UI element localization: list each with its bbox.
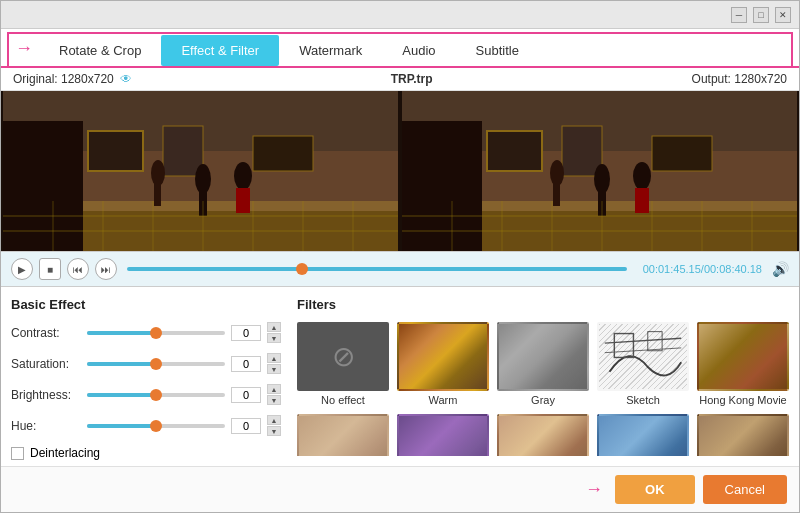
contrast-down[interactable]: ▼	[267, 333, 281, 343]
filters-grid: No effect Warm Gray	[297, 322, 789, 456]
brightness-down[interactable]: ▼	[267, 395, 281, 405]
filter-sketch-label: Sketch	[626, 394, 660, 406]
minimize-button[interactable]: ─	[731, 7, 747, 23]
filter-r2c4-thumb	[597, 414, 689, 456]
contrast-row: Contrast: 0 ▲ ▼	[11, 322, 281, 343]
saturation-value[interactable]: 0	[231, 356, 261, 372]
svg-point-35	[633, 162, 651, 190]
hue-label: Hue:	[11, 419, 81, 433]
deinterlacing-label: Deinterlacing	[30, 446, 100, 460]
filter-gray[interactable]: Gray	[497, 322, 589, 406]
svg-rect-36	[635, 188, 649, 213]
contrast-slider[interactable]	[87, 331, 225, 335]
svg-point-31	[594, 164, 610, 194]
contrast-spinner: ▲ ▼	[267, 322, 281, 343]
svg-rect-11	[154, 184, 161, 206]
svg-rect-30	[652, 136, 712, 171]
preview-right	[400, 91, 799, 251]
video-left-svg	[1, 91, 400, 251]
filters-panel: Filters No effect Warm	[297, 297, 789, 456]
filter-r2c5-thumb	[697, 414, 789, 456]
prev-frame-button[interactable]: ⏮	[67, 258, 89, 280]
basic-effect-panel: Basic Effect Contrast: 0 ▲ ▼ Saturation:	[11, 297, 281, 456]
svg-rect-13	[236, 188, 250, 213]
tab-subtitle[interactable]: Subtitle	[456, 35, 539, 66]
filter-r2c5[interactable]	[697, 414, 789, 456]
saturation-up[interactable]: ▲	[267, 353, 281, 363]
hue-up[interactable]: ▲	[267, 415, 281, 425]
ok-arrow-icon: →	[585, 479, 603, 500]
saturation-down[interactable]: ▼	[267, 364, 281, 374]
tab-effect-filter[interactable]: Effect & Filter	[161, 35, 279, 66]
filter-no-effect[interactable]: No effect	[297, 322, 389, 406]
filter-hk-movie[interactable]: Hong Kong Movie	[697, 322, 789, 406]
seek-thumb[interactable]	[296, 263, 308, 275]
time-display: 00:01:45.15/00:08:40.18	[643, 263, 762, 275]
tab-rotate-crop[interactable]: Rotate & Crop	[39, 35, 161, 66]
title-bar: ─ □ ✕	[1, 1, 799, 29]
main-content: Basic Effect Contrast: 0 ▲ ▼ Saturation:	[1, 287, 799, 466]
svg-point-8	[195, 164, 211, 194]
filter-r2c1[interactable]	[297, 414, 389, 456]
preview-eye-icon[interactable]: 👁	[120, 72, 132, 86]
svg-point-12	[234, 162, 252, 190]
bottom-bar: → OK Cancel	[1, 466, 799, 512]
filter-r2c1-thumb	[297, 414, 389, 456]
filter-hk-thumb	[697, 322, 789, 391]
stop-button[interactable]: ■	[39, 258, 61, 280]
svg-rect-5	[88, 131, 143, 171]
saturation-label: Saturation:	[11, 357, 81, 371]
filters-title: Filters	[297, 297, 789, 312]
play-button[interactable]: ▶	[11, 258, 33, 280]
filter-r2c4[interactable]	[597, 414, 689, 456]
close-button[interactable]: ✕	[775, 7, 791, 23]
preview-area	[1, 91, 799, 251]
svg-rect-29	[562, 126, 602, 176]
svg-rect-28	[487, 131, 542, 171]
brightness-up[interactable]: ▲	[267, 384, 281, 394]
filter-hk-label: Hong Kong Movie	[699, 394, 786, 406]
svg-rect-34	[553, 184, 560, 206]
brightness-label: Brightness:	[11, 388, 81, 402]
filters-scroll[interactable]: No effect Warm Gray	[297, 322, 789, 456]
filter-r2c2-thumb	[397, 414, 489, 456]
preview-left	[1, 91, 400, 251]
contrast-value[interactable]: 0	[231, 325, 261, 341]
filter-warm[interactable]: Warm	[397, 322, 489, 406]
filename-label: TRP.trp	[132, 72, 692, 86]
next-frame-button[interactable]: ⏭	[95, 258, 117, 280]
filter-r2c2[interactable]	[397, 414, 489, 456]
tab-bar: → Rotate & Crop Effect & Filter Watermar…	[1, 29, 799, 68]
filter-warm-label: Warm	[429, 394, 458, 406]
window-controls: ─ □ ✕	[731, 7, 791, 23]
svg-rect-6	[163, 126, 203, 176]
cancel-button[interactable]: Cancel	[703, 475, 787, 504]
saturation-slider[interactable]	[87, 362, 225, 366]
saturation-row: Saturation: 0 ▲ ▼	[11, 353, 281, 374]
filter-no-effect-label: No effect	[321, 394, 365, 406]
filter-no-effect-thumb	[297, 322, 389, 391]
hue-spinner: ▲ ▼	[267, 415, 281, 436]
ok-button[interactable]: OK	[615, 475, 695, 504]
tab-audio[interactable]: Audio	[382, 35, 455, 66]
output-size-label: Output: 1280x720	[692, 72, 787, 86]
contrast-up[interactable]: ▲	[267, 322, 281, 332]
hue-slider[interactable]	[87, 424, 225, 428]
hue-down[interactable]: ▼	[267, 426, 281, 436]
tab-arrow-icon: →	[15, 38, 33, 59]
contrast-label: Contrast:	[11, 326, 81, 340]
seek-bar[interactable]	[127, 267, 627, 271]
playback-bar: ▶ ■ ⏮ ⏭ 00:01:45.15/00:08:40.18 🔊	[1, 251, 799, 287]
tab-watermark[interactable]: Watermark	[279, 35, 382, 66]
deinterlace-row: Deinterlacing	[11, 446, 281, 460]
filter-sketch[interactable]: Sketch	[597, 322, 689, 406]
brightness-slider[interactable]	[87, 393, 225, 397]
info-bar: Original: 1280x720 👁 TRP.trp Output: 128…	[1, 68, 799, 91]
hue-value[interactable]: 0	[231, 418, 261, 434]
brightness-row: Brightness: 0 ▲ ▼	[11, 384, 281, 405]
maximize-button[interactable]: □	[753, 7, 769, 23]
volume-icon[interactable]: 🔊	[772, 261, 789, 277]
filter-r2c3[interactable]	[497, 414, 589, 456]
brightness-value[interactable]: 0	[231, 387, 261, 403]
deinterlacing-checkbox[interactable]	[11, 447, 24, 460]
